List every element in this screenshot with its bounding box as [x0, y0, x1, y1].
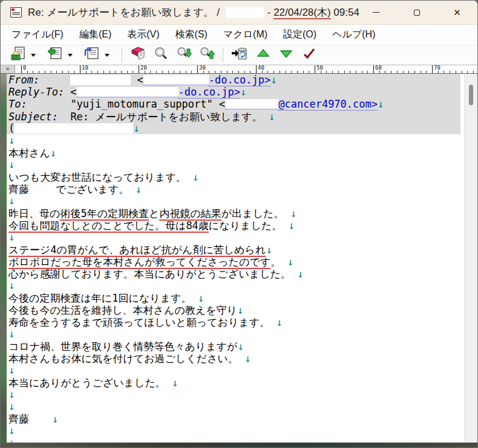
linebreak-arrow-icon: ↓ [8, 231, 15, 243]
text-run: が出ました。 [221, 207, 290, 219]
menu-item-edit[interactable]: 編集(E) [71, 28, 119, 41]
text-run: 本当にありがとうございました。 [8, 377, 172, 389]
text-line: 本村さん↓ [7, 146, 460, 158]
text-run: 齊藤 [8, 413, 29, 425]
search-prev-icon [199, 46, 215, 64]
redacted-sender-name [226, 7, 264, 18]
title-separator: - [267, 7, 273, 18]
address-book-button[interactable] [130, 46, 146, 64]
search-prev-button[interactable] [199, 46, 215, 64]
dropdown-arrow-icon [30, 50, 36, 60]
text-run: 。 [270, 256, 287, 268]
text-line: Reply-To: <-do.co.jp>↓ [7, 86, 460, 98]
linebreak-arrow-icon: ↓ [266, 244, 272, 256]
window-bottom-edge [1, 443, 477, 447]
scrollbar-track[interactable] [464, 74, 477, 443]
email-address: -do.co.jp> [178, 86, 240, 99]
scrollbar-area [460, 74, 477, 443]
menu-item-view[interactable]: 表示(V) [119, 28, 167, 41]
menu-item-macro[interactable]: マクロ(M) [215, 28, 275, 41]
linebreak-arrow-icon: ↓ [276, 316, 282, 328]
text-line: ↓ [7, 134, 460, 146]
text-line: ↓ [7, 364, 460, 376]
linebreak-arrow-icon: ↓ [8, 424, 15, 437]
text-run: と [149, 207, 159, 219]
text-line: 寿命を全うするまで頑張ってほしいと願っております。 ↓ [7, 316, 460, 328]
text-line: ↓ [7, 231, 460, 243]
minimize-button[interactable] [356, 1, 396, 24]
ruler: » 010203040506070 [1, 65, 477, 74]
text-run: 心から感謝しております。本当にありがとうございました。 [8, 268, 297, 280]
mail-message-icon [10, 7, 22, 18]
menu-item-settings[interactable]: 設定(O) [275, 28, 324, 41]
prev-mail-icon [255, 46, 271, 64]
linebreak-arrow-icon: ↓ [287, 256, 293, 268]
linebreak-arrow-icon: ↓ [50, 147, 56, 159]
linebreak-arrow-icon: ↓ [8, 388, 15, 400]
text-run: < [64, 86, 76, 98]
text-line: To: "yuji_motomura_support" <@cancer4970… [7, 98, 460, 110]
linebreak-arrow-icon: ↓ [8, 437, 15, 443]
linebreak-arrow-icon: ↓ [8, 364, 15, 376]
text-line: ↓ [7, 400, 460, 412]
delete-mail-button[interactable] [231, 46, 248, 64]
text-run [39, 74, 70, 86]
text-line: ボロボロだった母を本村さんが救ってくださったのです。 ↓ [7, 255, 460, 267]
text-run: 本村さんもお体に気を付けてお過ごしください。 [8, 352, 244, 365]
search-next-button[interactable] [176, 46, 192, 64]
linebreak-arrow-icon: ↓ [378, 98, 384, 110]
new-mail-icon [10, 46, 26, 64]
menu-bar: ファイル(F)編集(E)表示(V)検索(S)マクロ(M)設定(O)ヘルプ(H) [1, 25, 477, 45]
text-line: ↓ [7, 279, 460, 291]
redacted-text [29, 184, 56, 195]
text-line: ↓ [7, 388, 460, 400]
text-line: (↓ [7, 122, 460, 134]
forward-icon [84, 46, 100, 64]
mail-text-editor[interactable]: From: <-do.co.jp>↓Reply-To: <-do.co.jp>↓… [7, 74, 460, 443]
menu-item-search[interactable]: 検索(S) [168, 28, 215, 41]
text-run: 今後も今の生活を維持し、本村さんの教えを守り [8, 304, 237, 316]
prev-mail-button[interactable] [255, 46, 271, 64]
search-button[interactable] [153, 46, 169, 64]
title-date: 22/04/28(木) [273, 7, 331, 19]
compose-mail-button[interactable] [10, 46, 26, 64]
dropdown-arrow-icon [104, 50, 110, 60]
text-run: < [131, 74, 143, 86]
window-title: Re: メールサポートをお願い致します。 / - 22/04/28(木) 09:… [28, 5, 359, 19]
mark-done-button[interactable] [301, 46, 317, 64]
next-mail-button[interactable] [278, 46, 294, 64]
linebreak-arrow-icon: ↓ [8, 195, 15, 207]
text-run: になりました。 [209, 219, 289, 232]
reply-button[interactable] [47, 46, 63, 64]
forward-button[interactable] [84, 46, 100, 64]
scrollbar-thumb[interactable] [469, 85, 473, 105]
forward-menu-button[interactable] [104, 50, 110, 60]
ruler-number: 10 [80, 65, 88, 73]
toolbar [1, 45, 477, 65]
header-field-label: Subject: [8, 111, 58, 123]
linebreak-arrow-icon: ↓ [136, 183, 142, 195]
text-run: いつも大変お世話になっております。 [8, 171, 192, 183]
ruler-fold-button[interactable]: » [1, 65, 15, 73]
close-button[interactable]: ✕ [437, 1, 477, 24]
maximize-button[interactable] [396, 1, 437, 24]
text-run: 本村さん [8, 147, 50, 159]
menu-item-file[interactable]: ファイル(F) [4, 28, 71, 41]
linebreak-arrow-icon: ↓ [237, 340, 243, 352]
text-line: ↓ [7, 424, 460, 437]
redacted-text [29, 414, 52, 424]
window-controls: ✕ [356, 1, 477, 24]
address-book-icon [130, 46, 146, 64]
linebreak-arrow-icon: ↓ [237, 304, 243, 316]
linebreak-arrow-icon: ↓ [244, 352, 250, 365]
text-run [58, 111, 70, 123]
linebreak-arrow-icon: ↓ [289, 219, 295, 232]
menu-item-help[interactable]: ヘルプ(H) [324, 28, 383, 41]
linebreak-arrow-icon: ↓ [270, 74, 277, 86]
redacted-text [15, 123, 133, 134]
ruler-number: 60 [373, 65, 382, 73]
reply-menu-button[interactable] [67, 50, 73, 60]
content-area: From: <-do.co.jp>↓Reply-To: <-do.co.jp>↓… [1, 74, 477, 443]
compose-mail-menu-button[interactable] [30, 50, 36, 60]
next-mail-icon [278, 46, 294, 64]
